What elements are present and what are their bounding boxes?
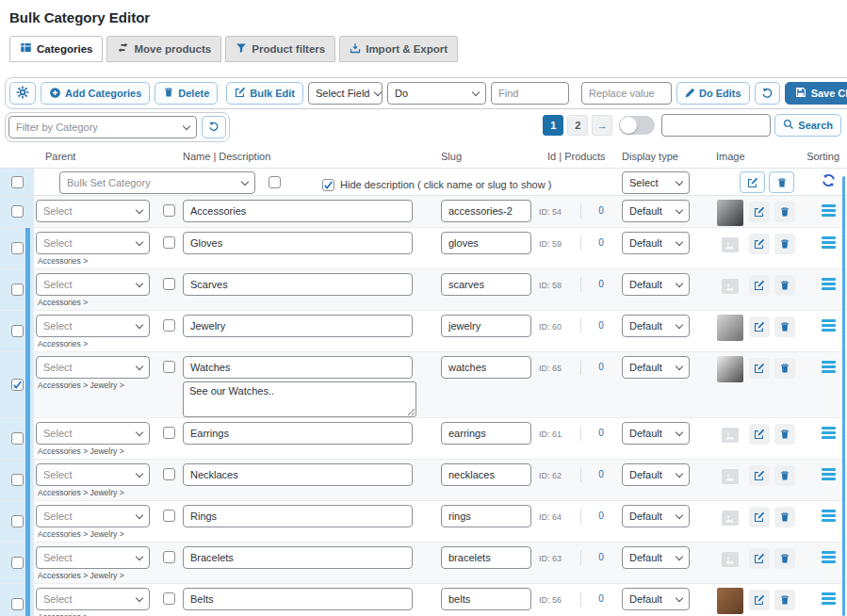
page-1-button[interactable]: 1 — [543, 115, 563, 136]
bulk-display-type-dropdown[interactable]: Select — [622, 171, 690, 194]
search-input[interactable] — [661, 114, 771, 137]
name-input[interactable] — [183, 200, 413, 222]
bulk-edit-button[interactable]: Bulk Edit — [226, 82, 303, 105]
name-edit-checkbox[interactable] — [163, 510, 175, 522]
delete-image-button[interactable] — [774, 316, 795, 337]
edit-image-button[interactable] — [749, 316, 770, 337]
tab-categories[interactable]: Categories — [9, 36, 103, 62]
name-edit-checkbox[interactable] — [163, 204, 175, 217]
delete-image-button[interactable] — [774, 275, 795, 296]
parent-select[interactable]: Select — [36, 232, 150, 254]
tab-import-export[interactable]: Import & Export — [339, 36, 458, 62]
drag-sort-handle[interactable] — [822, 236, 836, 268]
parent-select[interactable]: Select — [36, 200, 150, 222]
scrollbar[interactable] — [842, 176, 845, 616]
parent-select[interactable]: Select — [36, 505, 150, 527]
filter-by-category-dropdown[interactable]: Filter by Category — [8, 116, 197, 138]
search-mode-toggle[interactable] — [619, 116, 655, 135]
edit-image-button[interactable] — [749, 234, 770, 254]
tab-product-filters[interactable]: Product filters — [225, 36, 335, 62]
name-input[interactable] — [183, 232, 413, 254]
parent-select[interactable]: Select — [36, 463, 150, 486]
display-type-select[interactable]: Default — [622, 273, 690, 296]
row-checkbox[interactable] — [11, 379, 24, 391]
page-2-button[interactable]: 2 — [567, 115, 588, 136]
name-edit-checkbox[interactable] — [163, 427, 175, 439]
name-edit-checkbox[interactable] — [163, 278, 175, 290]
row-checkbox[interactable] — [11, 205, 24, 218]
name-edit-checkbox[interactable] — [163, 468, 175, 480]
row-checkbox[interactable] — [11, 432, 24, 445]
slug-input[interactable] — [441, 356, 531, 379]
name-input[interactable] — [183, 315, 413, 337]
name-input[interactable] — [183, 546, 413, 569]
hide-description-checkbox[interactable] — [322, 179, 334, 191]
name-edit-checkbox[interactable] — [163, 592, 175, 605]
drag-sort-handle[interactable] — [822, 551, 836, 583]
find-input[interactable] — [491, 82, 569, 105]
row-checkbox[interactable] — [11, 325, 24, 337]
name-input[interactable] — [183, 588, 413, 610]
bulk-edit-image-button[interactable] — [740, 171, 765, 193]
name-input[interactable] — [183, 422, 413, 445]
delete-image-button[interactable] — [774, 548, 795, 569]
slug-input[interactable] — [441, 200, 531, 222]
edit-image-button[interactable] — [749, 507, 770, 527]
delete-image-button[interactable] — [774, 202, 795, 222]
delete-image-button[interactable] — [774, 590, 795, 610]
drag-sort-handle[interactable] — [822, 361, 836, 417]
parent-select[interactable]: Select — [36, 273, 150, 296]
display-type-select[interactable]: Default — [622, 588, 690, 610]
display-type-select[interactable]: Default — [622, 232, 690, 254]
delete-button[interactable]: Delete — [155, 82, 218, 105]
slug-input[interactable] — [441, 232, 531, 254]
delete-image-button[interactable] — [774, 424, 795, 445]
description-textarea[interactable]: See our Watches.. — [183, 381, 416, 417]
products-count[interactable]: 0 — [598, 237, 604, 268]
slug-input[interactable] — [441, 505, 531, 527]
edit-image-button[interactable] — [749, 590, 770, 610]
parent-select[interactable]: Select — [36, 588, 150, 610]
name-edit-checkbox[interactable] — [163, 361, 175, 373]
row-checkbox[interactable] — [11, 557, 24, 569]
do-action-dropdown[interactable]: Do — [387, 82, 486, 105]
slug-input[interactable] — [441, 315, 531, 337]
slug-input[interactable] — [441, 273, 531, 296]
products-count[interactable]: 0 — [598, 205, 604, 227]
select-field-dropdown[interactable]: Select Field — [308, 82, 383, 105]
name-input[interactable] — [183, 273, 413, 296]
edit-image-button[interactable] — [749, 275, 770, 296]
display-type-select[interactable]: Default — [622, 356, 690, 379]
slug-input[interactable] — [441, 546, 531, 569]
products-count[interactable]: 0 — [598, 511, 604, 542]
drag-sort-handle[interactable] — [822, 510, 836, 542]
tab-move-products[interactable]: Move products — [106, 36, 221, 62]
row-checkbox[interactable] — [11, 474, 24, 486]
products-count[interactable]: 0 — [598, 362, 604, 417]
parent-select[interactable]: Select — [36, 422, 150, 445]
products-count[interactable]: 0 — [598, 279, 604, 310]
name-edit-checkbox[interactable] — [163, 551, 175, 563]
display-type-select[interactable]: Default — [622, 315, 690, 337]
name-edit-checkbox[interactable] — [163, 319, 175, 332]
display-type-select[interactable]: Default — [622, 422, 690, 445]
row-checkbox[interactable] — [11, 284, 24, 296]
edit-image-button[interactable] — [749, 424, 770, 445]
parent-select[interactable]: Select — [36, 356, 150, 379]
display-type-select[interactable]: Default — [622, 463, 690, 486]
products-count[interactable]: 0 — [598, 552, 604, 583]
filter-reset-button[interactable] — [202, 116, 226, 138]
name-input[interactable] — [183, 463, 413, 486]
name-edit-checkbox[interactable] — [163, 236, 175, 249]
drag-sort-handle[interactable] — [822, 204, 836, 227]
edit-image-button[interactable] — [749, 202, 770, 222]
search-button[interactable]: Search — [774, 114, 841, 137]
replace-value-input[interactable] — [581, 82, 672, 105]
edit-image-button[interactable] — [749, 465, 770, 486]
delete-image-button[interactable] — [774, 507, 795, 527]
display-type-select[interactable]: Default — [622, 200, 690, 222]
products-count[interactable]: 0 — [598, 593, 604, 616]
name-input[interactable] — [183, 356, 413, 379]
products-count[interactable]: 0 — [598, 320, 604, 351]
edit-image-button[interactable] — [749, 358, 770, 379]
